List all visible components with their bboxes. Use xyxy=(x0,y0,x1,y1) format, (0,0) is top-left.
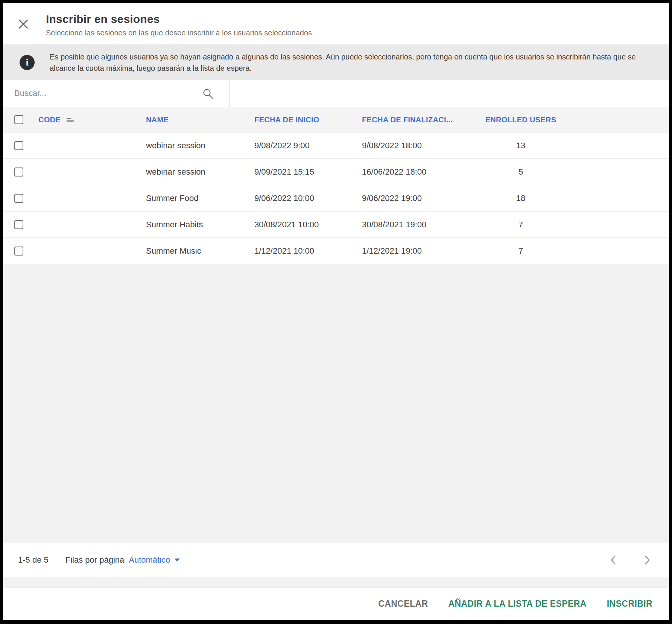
cell-start-date: 1/12/2021 10:00 xyxy=(254,246,362,256)
table-row: Summer Food 9/06/2022 10:00 9/06/2022 19… xyxy=(3,185,669,212)
row-checkbox[interactable] xyxy=(14,220,23,229)
cell-name: webinar session xyxy=(146,167,254,177)
select-all-checkbox[interactable] xyxy=(14,115,23,124)
cell-enrolled-users: 18 xyxy=(482,193,560,203)
cell-name: Summer Habits xyxy=(146,220,254,230)
cell-name: webinar session xyxy=(146,141,254,151)
row-checkbox[interactable] xyxy=(14,141,23,150)
info-banner: i Es posible que algunos usuarios ya se … xyxy=(3,44,669,80)
info-banner-text: Es posible que algunos usuarios ya se ha… xyxy=(50,51,654,74)
column-header-code-label: CODE xyxy=(38,116,61,124)
table-row: webinar session 9/09/2021 15:15 16/06/20… xyxy=(3,159,669,185)
cell-name: Summer Food xyxy=(146,193,254,203)
enroll-button[interactable]: INSCRIBIR xyxy=(607,599,652,609)
column-header-enrolled-users-label: ENROLLED USERS xyxy=(485,116,556,124)
cell-start-date: 9/08/2022 9:00 xyxy=(254,141,362,151)
dialog-footer: CANCELAR AÑADIR A LA LISTA DE ESPERA INS… xyxy=(3,588,669,620)
column-header-name[interactable]: NAME xyxy=(146,116,254,124)
dialog-subtitle: Seleccione las sesiones en las que desee… xyxy=(46,29,312,37)
chevron-left-icon[interactable] xyxy=(609,554,618,566)
caret-down-icon xyxy=(175,559,180,562)
search-input[interactable] xyxy=(3,80,199,107)
cell-start-date: 9/06/2022 10:00 xyxy=(254,193,362,203)
cell-end-date: 1/12/2021 19:00 xyxy=(362,246,482,256)
rows-per-page-label: Filas por página xyxy=(65,555,125,565)
column-header-enrolled-users[interactable]: ENROLLED USERS xyxy=(482,116,560,124)
pagination-range: 1-5 de 5 xyxy=(18,555,49,565)
table-row: Summer Music 1/12/2021 10:00 1/12/2021 1… xyxy=(3,238,669,264)
close-icon[interactable] xyxy=(17,17,30,31)
column-header-code[interactable]: CODE xyxy=(38,116,146,124)
row-checkbox[interactable] xyxy=(14,167,23,177)
cell-end-date: 30/08/2021 19:00 xyxy=(362,220,482,230)
row-checkbox[interactable] xyxy=(14,247,23,256)
column-header-end-date-label: FECHA DE FINALIZACI... xyxy=(362,116,453,124)
chevron-right-icon[interactable] xyxy=(643,554,652,566)
dialog-header: Inscribir en sesiones Seleccione las ses… xyxy=(3,3,669,44)
search-row xyxy=(3,80,669,107)
sort-lines-icon[interactable] xyxy=(67,118,74,122)
cell-enrolled-users: 7 xyxy=(482,220,560,230)
cancel-button[interactable]: CANCELAR xyxy=(378,599,428,609)
column-header-name-label: NAME xyxy=(146,116,169,124)
column-header-start-date[interactable]: FECHA DE INICIO xyxy=(254,116,362,124)
search-icon[interactable] xyxy=(202,88,214,100)
table-row: webinar session 9/08/2022 9:00 9/08/2022… xyxy=(3,132,669,159)
info-icon: i xyxy=(20,55,35,70)
dialog-title: Inscribir en sesiones xyxy=(46,13,312,26)
search-box xyxy=(3,80,230,107)
add-to-waitlist-button[interactable]: AÑADIR A LA LISTA DE ESPERA xyxy=(449,599,587,609)
table-body: webinar session 9/08/2022 9:00 9/08/2022… xyxy=(3,132,669,264)
footer-separator xyxy=(3,577,669,588)
cell-enrolled-users: 7 xyxy=(482,246,560,256)
cell-end-date: 9/08/2022 18:00 xyxy=(362,141,482,151)
empty-area xyxy=(3,264,669,543)
cell-start-date: 9/09/2021 15:15 xyxy=(254,167,362,177)
cell-enrolled-users: 5 xyxy=(482,167,560,177)
cell-enrolled-users: 13 xyxy=(482,141,560,151)
table-header-row: CODE NAME FECHA DE INICIO FECHA DE FINAL… xyxy=(3,107,669,132)
column-header-end-date[interactable]: FECHA DE FINALIZACI... xyxy=(362,116,482,124)
enroll-sessions-dialog: Inscribir en sesiones Seleccione las ses… xyxy=(3,3,669,620)
pagination-divider xyxy=(57,554,57,566)
rows-per-page-select[interactable]: Automático xyxy=(129,555,180,565)
pagination-bar: 1-5 de 5 Filas por página Automático xyxy=(3,543,669,577)
row-checkbox[interactable] xyxy=(14,194,23,203)
cell-end-date: 9/06/2022 19:00 xyxy=(362,193,482,203)
cell-name: Summer Music xyxy=(146,246,254,256)
table-row: Summer Habits 30/08/2021 10:00 30/08/202… xyxy=(3,212,669,238)
rows-per-page-value: Automático xyxy=(129,555,170,565)
column-header-start-date-label: FECHA DE INICIO xyxy=(254,116,319,124)
cell-start-date: 30/08/2021 10:00 xyxy=(254,220,362,230)
cell-end-date: 16/06/2022 18:00 xyxy=(362,167,482,177)
